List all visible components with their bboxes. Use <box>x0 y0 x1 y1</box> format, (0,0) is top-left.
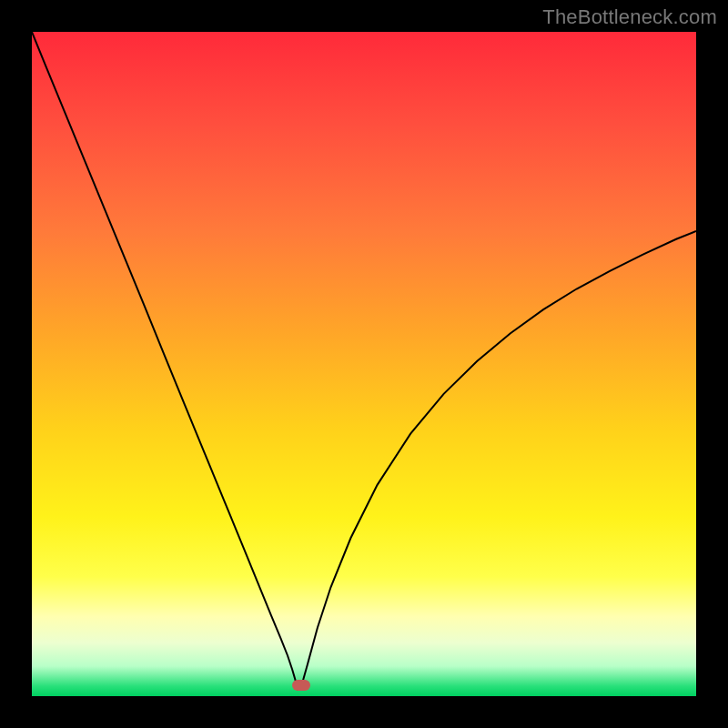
plot-area <box>32 32 696 696</box>
optimal-point-marker <box>292 680 310 691</box>
chart-frame: TheBottleneck.com <box>0 0 728 728</box>
watermark-text: TheBottleneck.com <box>542 5 717 29</box>
bottleneck-curve <box>32 32 696 696</box>
